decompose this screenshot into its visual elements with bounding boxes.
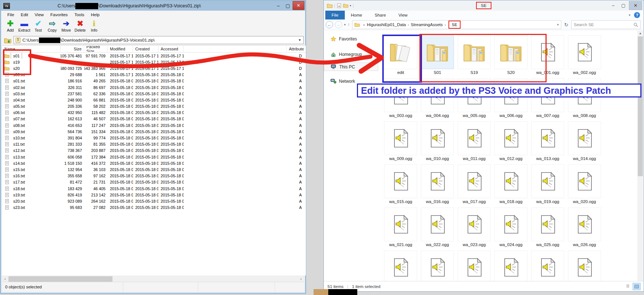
menu-tools[interactable]: Tools [71,11,87,18]
search-input[interactable]: Search SE [571,20,641,29]
table-row[interactable]: s18.txt183 42946 4052015-05-18 00:322015… [2,185,306,192]
table-row[interactable]: s20580 093 725543 383 9662015-05-17 16:1… [2,65,306,71]
table-row[interactable]: s20.txt923 089264 1622015-05-18 00:32201… [2,198,306,204]
scroll-left-arrow[interactable]: ‹ [2,277,8,281]
file-item[interactable]: wa_024.ogg [494,207,527,247]
file-item[interactable]: wa_014.ogg [568,121,601,161]
add-button[interactable]: ✚Add [3,19,17,32]
tab-share[interactable]: Share [368,11,392,19]
file-item[interactable]: wa_013.ogg [531,121,564,161]
sidebar-item-homegroup[interactable]: Homegroup [324,50,380,58]
table-row[interactable]: s09.txt564 736151 3342015-05-18 00:32201… [2,128,306,135]
sidebar-item-favorites[interactable]: Favorites [324,35,380,43]
file-item[interactable]: wa_021.ogg [384,207,417,247]
table-row[interactable]: s12.txt738 367203 8872015-05-18 00:32201… [2,148,306,154]
vertical-scrollbar[interactable]: ▲ [637,31,643,281]
recent-locations-icon[interactable]: ▾ [344,23,346,26]
combobox-dropdown-icon[interactable]: ▼ [296,38,303,42]
file-item[interactable]: wa_018.ogg [494,164,527,204]
column-header-created[interactable]: Created [133,46,158,52]
column-header-attributes[interactable]: Attributes [287,46,304,52]
table-row[interactable]: s04.txt248 90066 8812015-05-18 00:322015… [2,97,306,103]
qat-customize-icon[interactable]: ▾ [350,4,351,7]
file-item[interactable]: wa_002.ogg [568,35,601,75]
table-row[interactable]: s01.txt186 91649 2652015-05-18 00:322015… [2,78,306,84]
table-row[interactable]: s02.txt326 31186 6972015-05-18 00:322015… [2,84,306,90]
column-header-accessed[interactable]: Accessed [158,46,184,52]
delete-button[interactable]: ✖Delete [73,19,87,32]
explorer-titlebar[interactable]: | ▾ | SE – ▢ ✕ [324,0,644,11]
menu-file[interactable]: File [4,11,18,18]
close-button[interactable]: ✕ [293,1,304,10]
table-row[interactable]: s06.txt432 950115 4822015-05-18 00:32201… [2,110,306,116]
file-item[interactable]: wa_015.ogg [384,164,417,204]
file-item-partial[interactable] [384,250,417,281]
file-item-partial[interactable] [421,250,454,281]
table-row[interactable]: s23.txt95 68327 0822015-05-18 00:322015-… [2,205,306,211]
file-item-partial[interactable] [531,250,564,281]
file-item[interactable]: wa_010.ogg [421,121,454,161]
table-row[interactable]: s05.txt205 33658 2022015-05-18 00:322015… [2,103,306,110]
file-item-partial[interactable] [568,250,601,281]
file-item[interactable]: wa_025.ogg [531,207,564,247]
table-row[interactable]: s14.txt1 518 150416 3722015-05-18 00:322… [2,160,306,166]
table-row[interactable]: s08.txt416 653117 2472015-05-18 00:32201… [2,122,306,128]
tab-file[interactable]: File [325,11,345,19]
archive-path-combobox[interactable]: C:\Users\Downloads\Higurashi\HigurashiPS… [14,36,304,44]
scroll-up-arrow[interactable]: ▲ [637,31,643,36]
table-row[interactable]: s19.txt826 419213 1422015-05-18 00:32201… [2,192,306,198]
breadcrumb-item[interactable]: StreamingAssets [411,22,443,27]
table-row[interactable]: s03.txt237 58162 3362015-05-18 00:322015… [2,90,306,97]
forward-button[interactable]: → [335,21,342,28]
maximize-button[interactable]: ▢ [283,1,293,10]
file-item[interactable]: wa_011.ogg [458,121,491,161]
close-button[interactable]: ✕ [629,1,642,10]
menu-favorites[interactable]: Favorites [47,11,71,18]
column-header-packed-size[interactable]: Packed Size [84,46,108,52]
scrollbar-thumb[interactable] [8,276,112,282]
scrollbar-thumb[interactable] [638,36,643,176]
scroll-right-arrow[interactable]: › [298,277,304,281]
extract-button[interactable]: ▬Extract [17,19,31,32]
details-view-button[interactable]: ☰ [624,283,632,289]
refresh-button[interactable]: ↻ [561,22,571,28]
file-item[interactable]: wa_020.ogg [568,164,601,204]
maximize-button[interactable]: ▢ [619,1,628,10]
menu-edit[interactable]: Edit [18,11,32,18]
file-item[interactable]: wa_009.ogg [384,121,417,161]
properties-icon[interactable] [337,3,341,8]
breadcrumb-overflow-icon[interactable]: « [363,23,365,27]
move-button[interactable]: ➔Move [59,19,73,32]
file-item-partial[interactable] [458,250,491,281]
file-item[interactable]: wa_026.ogg [568,207,601,247]
file-item[interactable]: wa_017.ogg [458,164,491,204]
up-directory-button[interactable] [3,36,12,44]
breadcrumb-item[interactable]: HigurashiEp01_Data [367,22,406,27]
table-row[interactable]: s01105 376 48197 591 7092015-05-17 16:08… [2,53,306,59]
address-dropdown-icon[interactable]: ▾ [557,23,561,26]
minimize-button[interactable]: – [608,1,618,10]
file-item[interactable]: wa_022.ogg [421,207,454,247]
tab-view[interactable]: View [392,11,414,19]
table-row[interactable]: s16.txt355 65897 1622015-05-18 00:322015… [2,173,306,179]
table-row[interactable]: s11.txt281 33381 3552015-05-18 00:322015… [2,141,306,148]
file-item[interactable]: wa_019.ogg [531,164,564,204]
file-list-header[interactable]: NameSizePacked SizeModifiedCreatedAccess… [2,46,306,53]
breadcrumb-item-se-annotated[interactable]: SE [448,21,461,29]
test-button[interactable]: ✔Test [31,19,45,32]
table-row[interactable]: s13.txt606 058172 3842015-05-18 00:32201… [2,154,306,160]
table-row[interactable]: s17.txt81 47221 7312015-05-18 00:322015-… [2,179,306,185]
file-item[interactable]: wa_016.ogg [421,164,454,204]
info-button[interactable]: iInfo [87,19,101,32]
ribbon-collapse-icon[interactable]: ▾ [629,13,630,17]
column-header-modified[interactable]: Modified [108,46,133,52]
table-row[interactable]: s00.txt29 6881 5612015-05-17 18:152015-0… [2,72,306,78]
minimize-button[interactable]: – [273,1,283,10]
back-button[interactable]: ← [326,21,333,28]
column-header-size[interactable]: Size [61,46,84,52]
column-header-spacer[interactable] [184,46,287,52]
up-button[interactable]: ↑ [348,22,350,27]
table-row[interactable]: s10.txt391 80499 7742015-05-18 00:322015… [2,135,306,141]
table-row[interactable]: s07.txt162 61346 5072015-05-18 00:322015… [2,116,306,122]
copy-button[interactable]: ⇨Copy [45,19,59,32]
